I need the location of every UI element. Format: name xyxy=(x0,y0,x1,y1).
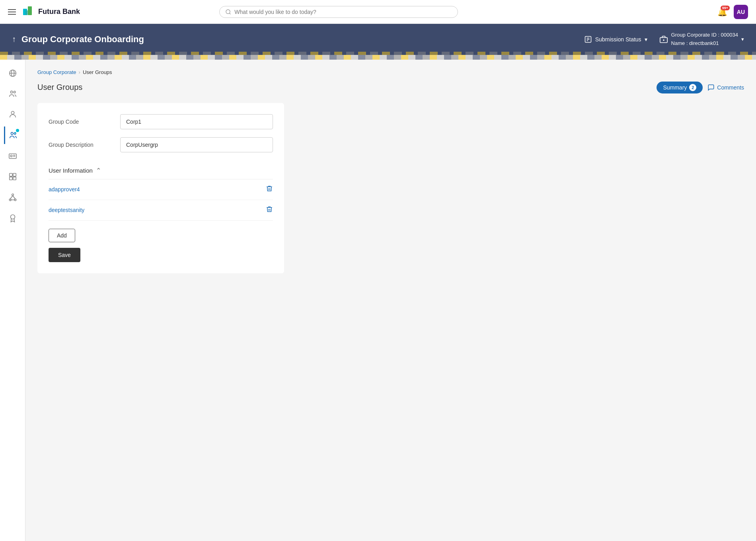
top-navigation: Futura Bank 🔔 99+ AU xyxy=(0,0,756,24)
people-badge-icon xyxy=(9,131,18,140)
svg-point-16 xyxy=(14,91,16,93)
svg-point-3 xyxy=(226,10,230,14)
sidebar-item-network[interactable] xyxy=(4,189,21,206)
sidebar-active-badge xyxy=(16,129,19,132)
group-code-label: Group Code xyxy=(49,119,112,125)
sidebar-item-people-badge[interactable] xyxy=(4,126,21,144)
sidebar-item-person[interactable] xyxy=(4,106,21,123)
svg-point-18 xyxy=(11,132,14,134)
sidebar xyxy=(0,60,25,541)
nav-right: 🔔 99+ AU xyxy=(717,5,748,19)
corp-id-lines: Group Corporate ID : 000034 Name : direc… xyxy=(671,31,738,48)
svg-point-22 xyxy=(10,155,12,157)
submission-status[interactable]: Submission Status ▾ xyxy=(584,35,647,43)
svg-point-15 xyxy=(10,91,13,93)
logo-area: Futura Bank xyxy=(22,6,80,18)
svg-rect-25 xyxy=(9,173,12,176)
user-link-adapprover4[interactable]: adapprover4 xyxy=(49,186,80,193)
submission-status-icon xyxy=(584,35,592,43)
globe-icon xyxy=(8,69,17,78)
comments-icon xyxy=(707,84,715,91)
app-name: Futura Bank xyxy=(38,8,80,16)
svg-point-35 xyxy=(10,214,15,219)
user-information-label: User Information xyxy=(49,167,93,174)
svg-rect-26 xyxy=(13,173,16,176)
svg-line-33 xyxy=(13,195,15,198)
svg-point-17 xyxy=(11,111,14,114)
notification-button[interactable]: 🔔 99+ xyxy=(717,7,727,17)
comments-button[interactable]: Comments xyxy=(707,84,744,91)
banner-strip xyxy=(0,55,756,60)
logo-icon xyxy=(22,6,35,18)
comments-label: Comments xyxy=(717,84,744,91)
corp-name-label: Name : directbank01 xyxy=(671,39,738,48)
search-input[interactable] xyxy=(234,9,452,15)
user-info-header[interactable]: User Information ⌃ xyxy=(49,162,273,179)
summary-count: 2 xyxy=(689,84,696,91)
notification-badge: 99+ xyxy=(721,6,730,10)
sidebar-item-group[interactable] xyxy=(4,85,21,103)
user-row: deeptestsanity xyxy=(49,200,273,221)
header-banner: ↑ Group Corporate Onboarding Submission … xyxy=(0,24,756,55)
delete-user-adapprover4-button[interactable] xyxy=(266,185,273,194)
corp-id-label: Group Corporate ID : 000034 xyxy=(671,31,738,39)
expand-icon: ⌃ xyxy=(96,167,101,174)
delete-user-deeptestsanity-button[interactable] xyxy=(266,206,273,215)
svg-rect-2 xyxy=(25,10,28,15)
search-icon xyxy=(225,9,231,15)
group-code-field: Group Code xyxy=(49,114,273,129)
sidebar-item-award[interactable] xyxy=(4,209,21,227)
group-users-icon xyxy=(8,90,17,98)
breadcrumb-parent-link[interactable]: Group Corporate xyxy=(37,69,76,75)
user-info-section: User Information ⌃ adapprover4 xyxy=(49,162,273,221)
section-header: User Groups Summary 2 Comments xyxy=(37,82,744,93)
network-icon xyxy=(8,193,17,202)
sidebar-item-id-card[interactable] xyxy=(4,147,21,165)
add-button[interactable]: Add xyxy=(49,229,75,242)
trash-icon-2 xyxy=(266,206,273,213)
id-card-icon xyxy=(8,152,17,160)
back-arrow-icon[interactable]: ↑ xyxy=(12,35,16,44)
save-button[interactable]: Save xyxy=(49,248,80,262)
corp-id-area[interactable]: Group Corporate ID : 000034 Name : direc… xyxy=(659,31,744,48)
avatar[interactable]: AU xyxy=(734,5,748,19)
submission-status-label: Submission Status xyxy=(595,36,641,43)
hamburger-menu[interactable] xyxy=(8,9,16,15)
svg-rect-27 xyxy=(9,177,12,180)
svg-point-29 xyxy=(12,194,14,196)
person-icon xyxy=(8,110,17,119)
user-link-deeptestsanity[interactable]: deeptestsanity xyxy=(49,207,84,213)
group-description-input[interactable] xyxy=(120,137,273,152)
sidebar-item-globe[interactable] xyxy=(4,64,21,82)
content-area: Group Corporate › User Groups User Group… xyxy=(25,60,756,541)
corp-chevron-icon: ▾ xyxy=(741,36,744,42)
page-title: Group Corporate Onboarding xyxy=(21,34,144,45)
svg-line-32 xyxy=(10,195,12,198)
svg-point-20 xyxy=(15,132,16,133)
group-description-label: Group Description xyxy=(49,142,112,148)
search-bar[interactable] xyxy=(219,6,458,18)
svg-rect-28 xyxy=(13,177,16,180)
summary-button[interactable]: Summary 2 xyxy=(657,82,703,93)
group-code-input[interactable] xyxy=(120,114,273,129)
svg-rect-1 xyxy=(28,6,32,15)
corp-id-icon xyxy=(659,35,668,44)
header-left: ↑ Group Corporate Onboarding xyxy=(12,34,144,45)
group-description-field: Group Description xyxy=(49,137,273,152)
breadcrumb: Group Corporate › User Groups xyxy=(37,69,744,75)
header-right: Submission Status ▾ Group Corporate ID :… xyxy=(584,31,744,48)
main-layout: Group Corporate › User Groups User Group… xyxy=(0,60,756,541)
breadcrumb-separator: › xyxy=(79,69,80,75)
section-actions: Summary 2 Comments xyxy=(657,82,744,93)
submission-chevron-icon: ▾ xyxy=(645,36,647,43)
svg-line-4 xyxy=(230,13,231,14)
section-title: User Groups xyxy=(37,83,82,92)
form-card: Group Code Group Description User Inform… xyxy=(37,103,284,273)
summary-label: Summary xyxy=(663,84,687,91)
breadcrumb-current: User Groups xyxy=(83,69,112,75)
trash-icon-1 xyxy=(266,185,273,192)
award-icon xyxy=(8,214,17,222)
sidebar-item-grid[interactable] xyxy=(4,168,21,185)
grid-icon xyxy=(8,172,17,181)
user-row: adapprover4 xyxy=(49,179,273,200)
